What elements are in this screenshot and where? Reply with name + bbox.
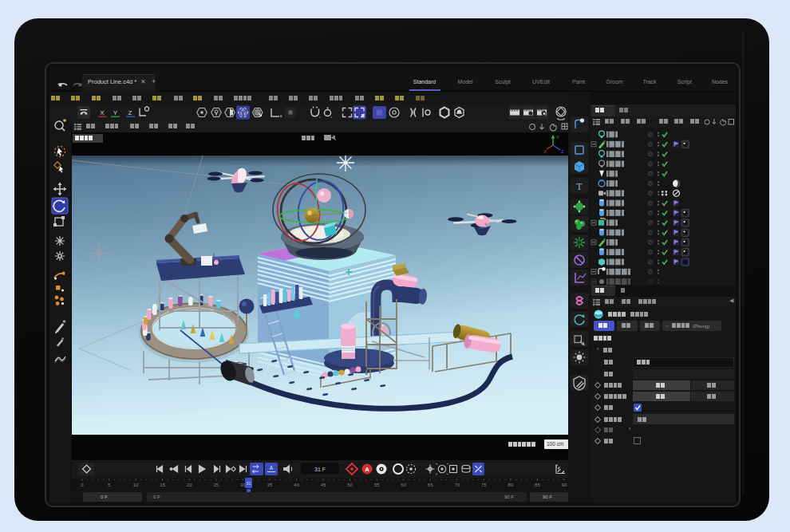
svg-text:45: 45 bbox=[321, 483, 326, 487]
svg-text:Y: Y bbox=[556, 135, 559, 140]
svg-text:40: 40 bbox=[294, 483, 299, 487]
svg-text:31 F: 31 F bbox=[314, 467, 326, 472]
svg-text:55: 55 bbox=[374, 483, 380, 487]
svg-text:90: 90 bbox=[562, 483, 567, 487]
svg-text:A: A bbox=[365, 466, 369, 473]
svg-text:60: 60 bbox=[401, 483, 406, 487]
svg-text:A: A bbox=[270, 465, 274, 471]
svg-text:X: X bbox=[543, 149, 547, 154]
svg-text:Z: Z bbox=[561, 149, 564, 154]
svg-text:35: 35 bbox=[267, 483, 273, 487]
svg-text:80: 80 bbox=[508, 483, 514, 487]
svg-text:31: 31 bbox=[246, 481, 251, 486]
svg-text:65: 65 bbox=[428, 483, 433, 487]
svg-text:15: 15 bbox=[160, 483, 165, 487]
svg-text:85: 85 bbox=[535, 483, 540, 487]
svg-text:70: 70 bbox=[454, 483, 460, 487]
svg-text:20: 20 bbox=[187, 483, 192, 487]
svg-text:75: 75 bbox=[481, 483, 487, 487]
svg-text:50: 50 bbox=[347, 483, 353, 487]
svg-text:10: 10 bbox=[133, 483, 139, 487]
svg-text:25: 25 bbox=[213, 483, 219, 487]
svg-text:T: T bbox=[576, 181, 583, 192]
